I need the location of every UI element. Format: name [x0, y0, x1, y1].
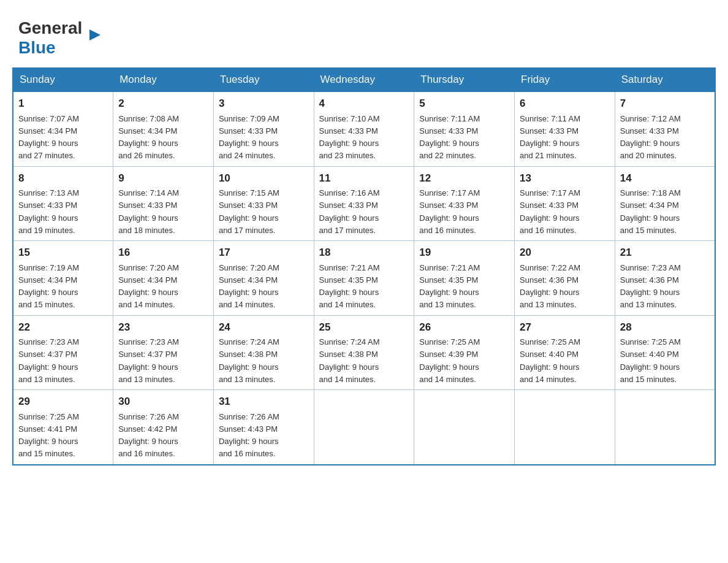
logo: General Blue — [18, 18, 89, 58]
day-info: Sunrise: 7:16 AMSunset: 4:33 PMDaylight:… — [319, 188, 380, 235]
day-info: Sunrise: 7:25 AMSunset: 4:40 PMDaylight:… — [520, 337, 580, 384]
day-info: Sunrise: 7:13 AMSunset: 4:33 PMDaylight:… — [18, 188, 79, 235]
day-info: Sunrise: 7:09 AMSunset: 4:33 PMDaylight:… — [219, 114, 279, 161]
day-info: Sunrise: 7:25 AMSunset: 4:41 PMDaylight:… — [18, 412, 79, 459]
day-info: Sunrise: 7:11 AMSunset: 4:33 PMDaylight:… — [419, 114, 480, 161]
logo-blue: Blue — [18, 38, 56, 58]
day-cell-5: 5 Sunrise: 7:11 AMSunset: 4:33 PMDayligh… — [414, 91, 515, 166]
day-info: Sunrise: 7:25 AMSunset: 4:39 PMDaylight:… — [419, 337, 480, 384]
day-number: 11 — [319, 170, 409, 186]
day-info: Sunrise: 7:07 AMSunset: 4:34 PMDaylight:… — [18, 114, 79, 161]
page-header: General Blue — [12, 12, 716, 58]
day-info: Sunrise: 7:08 AMSunset: 4:34 PMDaylight:… — [118, 114, 179, 161]
day-info: Sunrise: 7:21 AMSunset: 4:35 PMDaylight:… — [419, 263, 480, 310]
day-cell-10: 10 Sunrise: 7:15 AMSunset: 4:33 PMDaylig… — [213, 166, 314, 241]
day-info: Sunrise: 7:24 AMSunset: 4:38 PMDaylight:… — [319, 337, 380, 384]
day-cell-17: 17 Sunrise: 7:20 AMSunset: 4:34 PMDaylig… — [213, 241, 314, 316]
weekday-header-monday: Monday — [113, 68, 214, 91]
day-info: Sunrise: 7:23 AMSunset: 4:36 PMDaylight:… — [620, 263, 681, 310]
day-number: 15 — [18, 245, 108, 261]
day-number: 3 — [219, 96, 309, 112]
day-number: 16 — [118, 245, 208, 261]
week-row-2: 8 Sunrise: 7:13 AMSunset: 4:33 PMDayligh… — [13, 166, 715, 241]
day-number: 24 — [219, 320, 309, 335]
weekday-header-thursday: Thursday — [414, 68, 515, 91]
day-cell-21: 21 Sunrise: 7:23 AMSunset: 4:36 PMDaylig… — [615, 241, 715, 316]
weekday-header-friday: Friday — [515, 68, 615, 91]
day-info: Sunrise: 7:26 AMSunset: 4:42 PMDaylight:… — [118, 412, 179, 459]
day-info: Sunrise: 7:20 AMSunset: 4:34 PMDaylight:… — [118, 263, 179, 310]
day-cell-13: 13 Sunrise: 7:17 AMSunset: 4:33 PMDaylig… — [515, 166, 615, 241]
day-info: Sunrise: 7:20 AMSunset: 4:34 PMDaylight:… — [219, 263, 279, 310]
day-info: Sunrise: 7:21 AMSunset: 4:35 PMDaylight:… — [319, 263, 380, 310]
empty-cell — [615, 390, 715, 465]
day-number: 28 — [620, 320, 710, 335]
day-number: 10 — [219, 170, 309, 186]
day-number: 18 — [319, 245, 409, 261]
day-number: 1 — [18, 96, 108, 112]
day-number: 23 — [118, 320, 208, 335]
empty-cell — [314, 390, 414, 465]
day-number: 7 — [620, 96, 710, 112]
logo-general: General — [18, 18, 82, 38]
day-number: 21 — [620, 245, 710, 261]
day-info: Sunrise: 7:15 AMSunset: 4:33 PMDaylight:… — [219, 188, 279, 235]
week-row-1: 1 Sunrise: 7:07 AMSunset: 4:34 PMDayligh… — [13, 91, 715, 166]
day-info: Sunrise: 7:23 AMSunset: 4:37 PMDaylight:… — [118, 337, 179, 384]
day-cell-14: 14 Sunrise: 7:18 AMSunset: 4:34 PMDaylig… — [615, 166, 715, 241]
day-number: 29 — [18, 394, 108, 410]
day-cell-19: 19 Sunrise: 7:21 AMSunset: 4:35 PMDaylig… — [414, 241, 515, 316]
day-info: Sunrise: 7:11 AMSunset: 4:33 PMDaylight:… — [520, 114, 580, 161]
day-cell-12: 12 Sunrise: 7:17 AMSunset: 4:33 PMDaylig… — [414, 166, 515, 241]
day-info: Sunrise: 7:23 AMSunset: 4:37 PMDaylight:… — [18, 337, 79, 384]
day-number: 13 — [520, 170, 610, 186]
day-cell-6: 6 Sunrise: 7:11 AMSunset: 4:33 PMDayligh… — [515, 91, 615, 166]
day-info: Sunrise: 7:24 AMSunset: 4:38 PMDaylight:… — [219, 337, 279, 384]
day-cell-20: 20 Sunrise: 7:22 AMSunset: 4:36 PMDaylig… — [515, 241, 615, 316]
day-number: 19 — [419, 245, 509, 261]
day-cell-30: 30 Sunrise: 7:26 AMSunset: 4:42 PMDaylig… — [113, 390, 214, 465]
day-number: 20 — [520, 245, 610, 261]
day-cell-27: 27 Sunrise: 7:25 AMSunset: 4:40 PMDaylig… — [515, 315, 615, 390]
day-number: 14 — [620, 170, 710, 186]
day-cell-29: 29 Sunrise: 7:25 AMSunset: 4:41 PMDaylig… — [13, 390, 113, 465]
weekday-header-saturday: Saturday — [615, 68, 715, 91]
day-info: Sunrise: 7:26 AMSunset: 4:43 PMDaylight:… — [219, 412, 279, 459]
day-number: 5 — [419, 96, 509, 112]
day-cell-26: 26 Sunrise: 7:25 AMSunset: 4:39 PMDaylig… — [414, 315, 515, 390]
calendar-table: SundayMondayTuesdayWednesdayThursdayFrid… — [12, 67, 716, 465]
day-info: Sunrise: 7:22 AMSunset: 4:36 PMDaylight:… — [520, 263, 580, 310]
week-row-3: 15 Sunrise: 7:19 AMSunset: 4:34 PMDaylig… — [13, 241, 715, 316]
day-cell-23: 23 Sunrise: 7:23 AMSunset: 4:37 PMDaylig… — [113, 315, 214, 390]
day-number: 30 — [118, 394, 208, 410]
day-cell-18: 18 Sunrise: 7:21 AMSunset: 4:35 PMDaylig… — [314, 241, 414, 316]
day-cell-8: 8 Sunrise: 7:13 AMSunset: 4:33 PMDayligh… — [13, 166, 113, 241]
logo-triangle-icon — [89, 29, 100, 40]
weekday-header-wednesday: Wednesday — [314, 68, 414, 91]
day-cell-7: 7 Sunrise: 7:12 AMSunset: 4:33 PMDayligh… — [615, 91, 715, 166]
day-number: 6 — [520, 96, 610, 112]
weekday-header-row: SundayMondayTuesdayWednesdayThursdayFrid… — [13, 68, 715, 91]
day-info: Sunrise: 7:10 AMSunset: 4:33 PMDaylight:… — [319, 114, 380, 161]
day-info: Sunrise: 7:17 AMSunset: 4:33 PMDaylight:… — [419, 188, 480, 235]
day-cell-9: 9 Sunrise: 7:14 AMSunset: 4:33 PMDayligh… — [113, 166, 214, 241]
day-number: 25 — [319, 320, 409, 335]
day-cell-4: 4 Sunrise: 7:10 AMSunset: 4:33 PMDayligh… — [314, 91, 414, 166]
day-cell-3: 3 Sunrise: 7:09 AMSunset: 4:33 PMDayligh… — [213, 91, 314, 166]
empty-cell — [414, 390, 515, 465]
weekday-header-sunday: Sunday — [13, 68, 113, 91]
day-info: Sunrise: 7:19 AMSunset: 4:34 PMDaylight:… — [18, 263, 79, 310]
day-number: 22 — [18, 320, 108, 335]
day-info: Sunrise: 7:17 AMSunset: 4:33 PMDaylight:… — [520, 188, 580, 235]
day-number: 2 — [118, 96, 208, 112]
day-number: 27 — [520, 320, 610, 335]
day-number: 31 — [219, 394, 309, 410]
day-number: 8 — [18, 170, 108, 186]
day-number: 4 — [319, 96, 409, 112]
day-info: Sunrise: 7:18 AMSunset: 4:34 PMDaylight:… — [620, 188, 681, 235]
week-row-5: 29 Sunrise: 7:25 AMSunset: 4:41 PMDaylig… — [13, 390, 715, 465]
day-cell-2: 2 Sunrise: 7:08 AMSunset: 4:34 PMDayligh… — [113, 91, 214, 166]
day-cell-31: 31 Sunrise: 7:26 AMSunset: 4:43 PMDaylig… — [213, 390, 314, 465]
day-cell-25: 25 Sunrise: 7:24 AMSunset: 4:38 PMDaylig… — [314, 315, 414, 390]
day-number: 17 — [219, 245, 309, 261]
